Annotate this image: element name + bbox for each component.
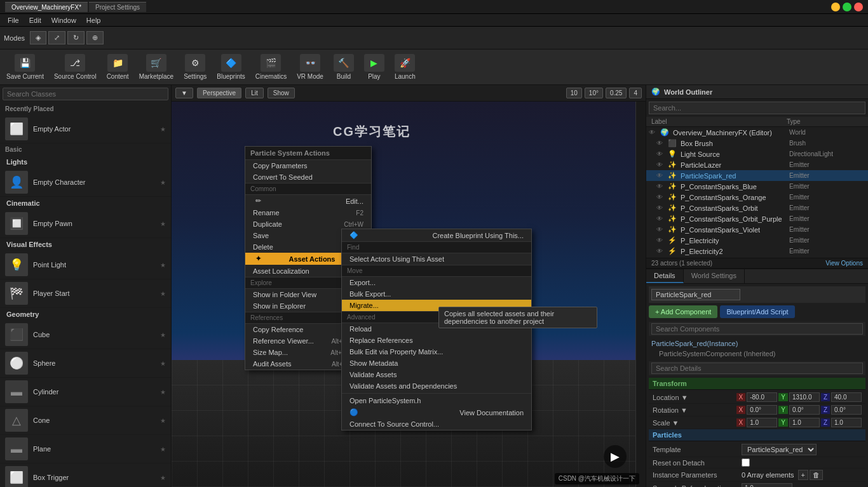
sub-validate-deps[interactable]: Validate Assets and Dependencies (342, 380, 531, 392)
remove-instance-btn[interactable]: 🗑 (810, 470, 823, 480)
visual-effects-header[interactable]: Visual Effects (0, 238, 171, 251)
sub-bulk-edit[interactable]: Bulk Edit via Property Matrix... (342, 346, 531, 357)
toolbar-settings[interactable]: ⚙ Settings (184, 54, 207, 80)
sub-replace-refs[interactable]: Replace References (342, 335, 531, 346)
viewport-right-scrollbar[interactable] (635, 102, 646, 487)
place-item-cylinder[interactable]: ▬ Cylinder ★ (0, 378, 171, 406)
scale-z[interactable] (831, 418, 862, 427)
sub-connect-source[interactable]: Connect To Source Control... (342, 418, 531, 430)
place-item-plane[interactable]: ▬ Plane ★ (0, 435, 171, 464)
rotation-z[interactable] (831, 405, 862, 415)
menu-edit[interactable]: Edit (24, 15, 46, 25)
tab-project-settings[interactable]: Project Settings (89, 2, 146, 12)
blueprint-script-button[interactable]: Blueprint/Add Script (720, 305, 794, 318)
menu-file[interactable]: File (3, 15, 24, 25)
rotation-y[interactable] (789, 405, 820, 415)
sub-export[interactable]: Export... (342, 277, 531, 288)
search-details-input[interactable] (651, 363, 863, 374)
place-item-cube[interactable]: ⬛ Cube ★ (0, 321, 171, 349)
viewport-grid-size[interactable]: 10 (566, 88, 582, 98)
rotation-x[interactable] (747, 405, 777, 415)
place-item-box-trigger[interactable]: ⬜ Box Trigger ★ (0, 464, 171, 487)
sub-open-particle[interactable]: Open ParticleSystem.h (342, 395, 531, 406)
outliner-item-sparks-violet[interactable]: 👁 ✨ P_ConstantSparks_Violet Emitter (646, 224, 868, 235)
location-x[interactable] (747, 392, 777, 402)
component-inherited[interactable]: ParticleSystemComponent (Inherited) (649, 349, 865, 359)
maximize-button[interactable] (843, 3, 851, 11)
sub-view-docs[interactable]: 🔵 View Documentation (342, 406, 531, 418)
ctx-convert-seeded[interactable]: Convert To Seeded (245, 171, 371, 183)
search-classes-input[interactable] (3, 88, 168, 100)
outliner-item-electricity2[interactable]: 👁 ⚡ P_Electricity2 Emitter (646, 246, 868, 257)
mode-translate[interactable]: ⤢ (48, 31, 65, 44)
outliner-item-light-source[interactable]: 👁 💡 Light Source DirectionalLight (646, 149, 868, 159)
mode-select-tool[interactable]: ◈ (30, 31, 46, 44)
menu-help[interactable]: Help (81, 15, 106, 25)
place-item-point-light[interactable]: 💡 Point Light ★ (0, 251, 171, 279)
template-select[interactable]: ParticleSpark_red (742, 444, 817, 455)
outliner-item-root[interactable]: 👁 🌍 Overview_MachineryFX (Editor) World (646, 127, 868, 138)
transform-section[interactable]: Transform (649, 378, 865, 390)
toolbar-launch[interactable]: 🚀 Launch (395, 54, 416, 80)
outliner-item-electricity[interactable]: 👁 ⚡ P_Electricity Emitter (646, 235, 868, 246)
outliner-item-sparks-blue[interactable]: 👁 ✨ P_ConstantSparks_Blue Emitter (646, 181, 868, 192)
outliner-scroll[interactable]: 👁 🌍 Overview_MachineryFX (Editor) World … (646, 127, 868, 258)
outliner-item-box-brush[interactable]: 👁 ⬛ Box Brush Brush (646, 138, 868, 149)
toolbar-play[interactable]: ▶ Play (364, 54, 384, 80)
lights-header[interactable]: Lights (0, 156, 171, 168)
scale-x[interactable] (747, 418, 777, 427)
outliner-item-sparks-orange[interactable]: 👁 ✨ P_ConstantSparks_Orange Emitter (646, 192, 868, 203)
viewport-angle[interactable]: 10° (585, 88, 603, 98)
place-item-empty-pawn[interactable]: 🔲 Empty Pawn ★ (0, 210, 171, 238)
close-button[interactable] (854, 3, 863, 11)
outliner-item-sparks-orbit[interactable]: 👁 ✨ P_ConstantSparks_Orbit Emitter (646, 203, 868, 213)
location-y[interactable] (789, 392, 820, 402)
viewport-perspective-label[interactable]: Perspective (197, 88, 241, 98)
view-options-btn[interactable]: View Options (825, 260, 863, 267)
ctx-copy-params[interactable]: Copy Parameters (245, 160, 371, 171)
sub-create-blueprint[interactable]: 🔷 Create Blueprint Using This... (342, 229, 531, 241)
viewport-show-btn[interactable]: Show (268, 88, 295, 98)
cinematic-header[interactable]: Cinematic (0, 197, 171, 210)
tab-details[interactable]: Details (646, 269, 684, 283)
add-instance-btn[interactable]: + (798, 470, 808, 480)
toolbar-blueprints[interactable]: 🔷 Blueprints (217, 54, 245, 80)
outliner-item-particle-lazer[interactable]: 👁 ✨ ParticleLazer Emitter (646, 159, 868, 170)
ctx-rename[interactable]: Rename F2 (245, 207, 371, 218)
location-z[interactable] (831, 392, 862, 402)
viewport-lit-btn[interactable]: Lit (245, 88, 264, 98)
sub-select-actors[interactable]: Select Actors Using This Asset (342, 253, 531, 265)
sub-show-meta[interactable]: Show Metadata (342, 357, 531, 369)
reset-detach-checkbox[interactable] (742, 458, 750, 467)
toolbar-content[interactable]: 📁 Content (107, 54, 129, 80)
seconds-inactive-input[interactable] (742, 483, 792, 487)
place-item-sphere[interactable]: ⚪ Sphere ★ (0, 349, 171, 378)
component-instance[interactable]: ParticleSpark_red(Instance) (649, 338, 865, 349)
geometry-header[interactable]: Geometry (0, 308, 171, 321)
toolbar-source-control[interactable]: ⎇ Source Control (54, 54, 97, 80)
place-item-player-start[interactable]: 🏁 Player Start ★ (0, 279, 171, 308)
mode-scale[interactable]: ⊕ (86, 31, 104, 44)
viewport-scale[interactable]: 0.25 (606, 88, 627, 98)
toolbar-marketplace[interactable]: 🛒 Marketplace (139, 54, 173, 80)
place-item-empty-character[interactable]: 👤 Empty Character ★ (0, 168, 171, 197)
world-outliner-search-input[interactable] (649, 102, 865, 114)
particles-section[interactable]: Particles (649, 429, 865, 441)
toolbar-build[interactable]: 🔨 Build (334, 54, 354, 80)
actor-name-input[interactable] (651, 289, 740, 300)
basic-header[interactable]: Basic (0, 143, 171, 156)
viewport-perspective-btn[interactable]: ▼ (175, 88, 193, 98)
viewport-count[interactable]: 4 (629, 88, 642, 98)
place-item-empty-actor[interactable]: ⬜ Empty Actor ★ (0, 115, 171, 143)
search-components-input[interactable] (651, 323, 863, 335)
recently-placed-header[interactable]: Recently Placed (0, 103, 171, 115)
toolbar-save-current[interactable]: 💾 Save Current (6, 54, 44, 80)
scale-y[interactable] (789, 418, 820, 427)
place-item-cone[interactable]: △ Cone ★ (0, 406, 171, 435)
outliner-item-particle-spark-red[interactable]: 👁 ✨ ParticleSpark_red Emitter (646, 170, 868, 181)
mode-rotate[interactable]: ↻ (67, 31, 85, 44)
tab-world-settings[interactable]: World Settings (684, 269, 745, 283)
sub-validate[interactable]: Validate Assets (342, 369, 531, 380)
sub-bulk-export[interactable]: Bulk Export... (342, 288, 531, 300)
toolbar-cinematics[interactable]: 🎬 Cinematics (255, 54, 287, 80)
